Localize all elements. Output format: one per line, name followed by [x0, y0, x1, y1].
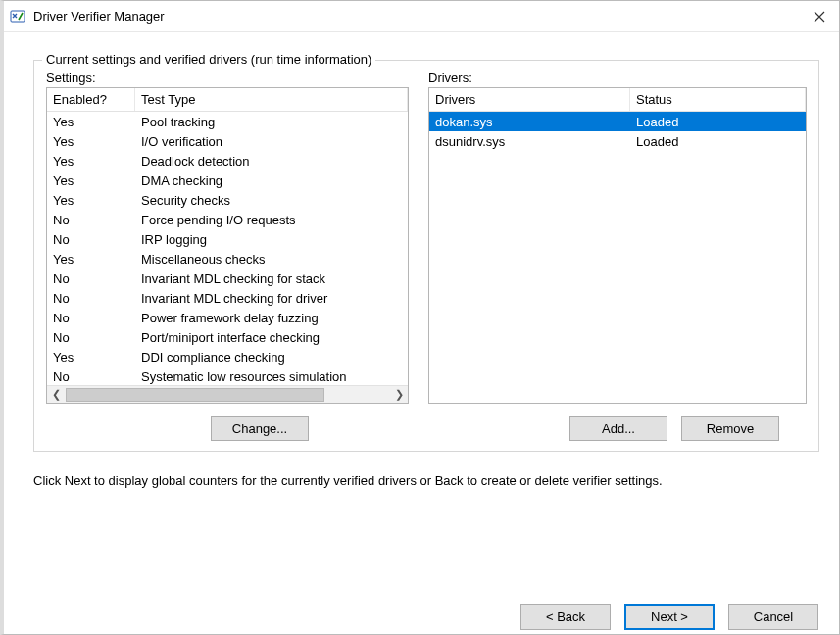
settings-cell-type: DDI compliance checking	[135, 350, 408, 365]
settings-cell-type: Pool tracking	[135, 115, 408, 129]
settings-cell-enabled: Yes	[47, 154, 135, 169]
wizard-page: Current settings and verified drivers (r…	[4, 32, 839, 581]
drivers-row[interactable]: dokan.sysLoaded	[429, 112, 806, 131]
settings-row[interactable]: NoPower framework delay fuzzing	[47, 308, 408, 327]
settings-hscrollbar[interactable]: ❮ ❯	[47, 385, 408, 403]
wizard-buttons: < Back Next > Cancel	[520, 604, 818, 630]
drivers-row[interactable]: dsunidrv.sysLoaded	[429, 131, 806, 151]
titlebar: Driver Verifier Manager	[4, 1, 839, 32]
settings-cell-type: Security checks	[135, 193, 408, 208]
settings-cell-enabled: No	[47, 311, 135, 325]
drivers-col-driver[interactable]: Drivers	[429, 88, 630, 111]
settings-cell-type: Miscellaneous checks	[135, 252, 408, 267]
settings-cell-type: Invariant MDL checking for driver	[135, 291, 408, 306]
settings-cell-enabled: No	[47, 232, 135, 247]
drivers-col-status[interactable]: Status	[630, 88, 806, 111]
settings-row[interactable]: YesDDI compliance checking	[47, 347, 408, 366]
settings-row[interactable]: YesDMA checking	[47, 171, 408, 190]
settings-row[interactable]: NoSystematic low resources simulation	[47, 366, 408, 385]
settings-listview[interactable]: Enabled? Test Type YesPool trackingYesI/…	[46, 87, 409, 404]
hint-text: Click Next to display global counters fo…	[33, 473, 819, 488]
drivers-cell-status: Loaded	[630, 115, 806, 129]
settings-cell-type: Power framework delay fuzzing	[135, 311, 408, 325]
back-button[interactable]: < Back	[520, 604, 611, 630]
settings-cell-type: Deadlock detection	[135, 154, 408, 169]
close-icon[interactable]	[806, 3, 833, 30]
settings-cell-enabled: Yes	[47, 350, 135, 365]
drivers-cell-status: Loaded	[630, 134, 806, 149]
settings-cell-enabled: No	[47, 291, 135, 306]
drivers-cell-driver: dsunidrv.sys	[429, 134, 630, 149]
cancel-button[interactable]: Cancel	[728, 604, 818, 630]
settings-cell-type: Systematic low resources simulation	[135, 369, 408, 384]
settings-cell-enabled: Yes	[47, 193, 135, 208]
settings-header: Enabled? Test Type	[47, 88, 408, 112]
remove-button[interactable]: Remove	[681, 416, 779, 441]
settings-cell-enabled: No	[47, 213, 135, 227]
settings-cell-type: Invariant MDL checking for stack	[135, 271, 408, 286]
settings-cell-type: I/O verification	[135, 134, 408, 149]
settings-cell-enabled: No	[47, 330, 135, 345]
drivers-body[interactable]: dokan.sysLoadeddsunidrv.sysLoaded	[429, 112, 806, 403]
settings-row[interactable]: YesSecurity checks	[47, 190, 408, 210]
settings-cell-enabled: Yes	[47, 173, 135, 188]
settings-cell-enabled: No	[47, 369, 135, 384]
next-button[interactable]: Next >	[624, 604, 715, 630]
scroll-thumb[interactable]	[66, 388, 324, 402]
settings-row[interactable]: YesMiscellaneous checks	[47, 249, 408, 269]
app-icon	[10, 9, 25, 24]
settings-cell-type: IRP logging	[135, 232, 408, 247]
drivers-cell-driver: dokan.sys	[429, 115, 630, 129]
settings-row[interactable]: YesPool tracking	[47, 112, 408, 131]
settings-cell-type: Force pending I/O requests	[135, 213, 408, 227]
scroll-right-icon[interactable]: ❯	[390, 388, 408, 401]
settings-row[interactable]: YesDeadlock detection	[47, 151, 408, 171]
runtime-info-group: Current settings and verified drivers (r…	[33, 60, 819, 452]
settings-row[interactable]: NoIRP logging	[47, 229, 408, 249]
settings-row[interactable]: YesI/O verification	[47, 131, 408, 151]
group-legend: Current settings and verified drivers (r…	[42, 52, 375, 67]
scroll-left-icon[interactable]: ❮	[47, 388, 65, 401]
settings-row[interactable]: NoInvariant MDL checking for driver	[47, 288, 408, 308]
drivers-header: Drivers Status	[429, 88, 806, 112]
settings-cell-type: DMA checking	[135, 173, 408, 188]
settings-body[interactable]: YesPool trackingYesI/O verificationYesDe…	[47, 112, 408, 385]
settings-row[interactable]: NoPort/miniport interface checking	[47, 327, 408, 347]
settings-cell-enabled: Yes	[47, 115, 135, 129]
settings-col-type[interactable]: Test Type	[135, 88, 408, 111]
drivers-listview[interactable]: Drivers Status dokan.sysLoadeddsunidrv.s…	[428, 87, 807, 404]
settings-cell-enabled: Yes	[47, 134, 135, 149]
settings-col-enabled[interactable]: Enabled?	[47, 88, 135, 111]
settings-cell-enabled: Yes	[47, 252, 135, 267]
settings-label: Settings:	[46, 71, 409, 85]
window-title: Driver Verifier Manager	[33, 9, 806, 24]
change-button[interactable]: Change...	[211, 416, 309, 441]
settings-row[interactable]: NoInvariant MDL checking for stack	[47, 269, 408, 288]
settings-cell-type: Port/miniport interface checking	[135, 330, 408, 345]
svg-rect-0	[11, 11, 25, 22]
drivers-column: Drivers: Drivers Status dokan.sysLoadedd…	[428, 71, 807, 404]
settings-row[interactable]: NoForce pending I/O requests	[47, 210, 408, 229]
settings-cell-enabled: No	[47, 271, 135, 286]
settings-column: Settings: Enabled? Test Type YesPool tra…	[46, 71, 409, 404]
add-button[interactable]: Add...	[569, 416, 667, 441]
drivers-label: Drivers:	[428, 71, 807, 85]
